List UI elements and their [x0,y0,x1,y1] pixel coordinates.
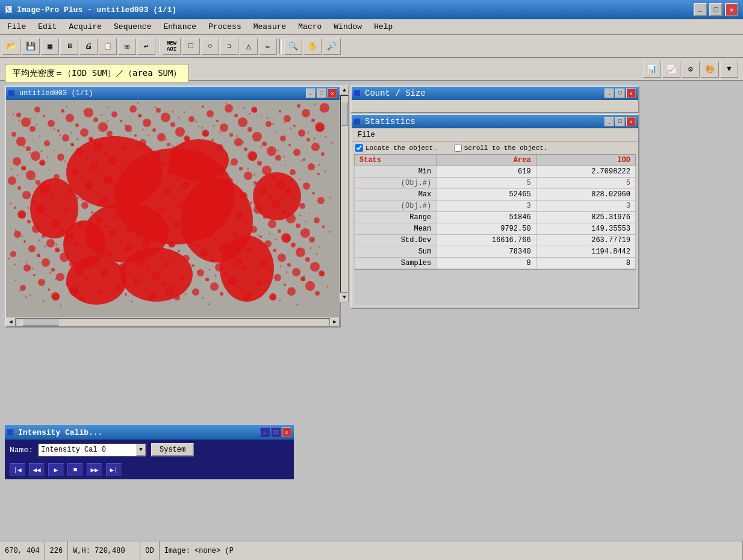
dropdown-arrow-icon[interactable]: ▼ [136,444,146,456]
stop-button[interactable]: ■ [67,463,83,476]
minimize-button[interactable]: _ [694,3,707,16]
menu-process[interactable]: Process [204,21,246,33]
h-scrollbar[interactable]: ◀ ▶ [6,317,340,326]
first-frame-button[interactable]: |◀ [10,463,25,476]
intensity-minimize-btn[interactable]: _ [260,428,270,437]
zoom-out-button[interactable]: 🔎 [323,38,341,55]
intensity-dropdown[interactable]: Intensity Cal 0 ▼ [38,443,146,456]
system-button[interactable]: System [151,443,194,456]
macro-button[interactable]: ▼ [720,61,738,78]
chart-button[interactable]: 📈 [662,61,680,78]
save-button[interactable]: 💾 [22,38,40,55]
mode-text: OD [145,547,154,555]
v-scrollbar[interactable]: ▲ ▼ [340,86,349,302]
scroll-up-btn[interactable]: ▲ [340,86,349,95]
status-value: 226 [45,541,69,560]
scroll-checkbox-label[interactable]: Scroll to the object. [454,144,548,152]
undo-button[interactable]: ↩ [137,38,155,55]
count-size-body [352,100,638,112]
scrollbar-thumb[interactable] [22,319,58,326]
intensity-title-bar: Intensity Calib... _ □ ✕ [5,425,294,440]
count-size-maximize-btn[interactable]: □ [615,89,625,98]
scroll-left-btn[interactable]: ◀ [6,318,16,326]
menu-measure[interactable]: Measure [249,21,291,33]
brush-tool[interactable]: ✏ [259,38,277,55]
count-size-win-controls: _ □ ✕ [605,89,636,98]
grid-button[interactable]: ▦ [41,38,59,55]
status-mode: OD [140,541,159,560]
intensity-maximize-btn[interactable]: □ [271,428,281,437]
stats-icon [354,119,360,125]
menu-help[interactable]: Help [369,21,397,33]
ellipse-tool[interactable]: ○ [201,38,219,55]
maximize-button[interactable]: □ [709,3,723,16]
intensity-name-label: Name: [10,446,33,455]
image-minimize-btn[interactable]: _ [306,89,316,98]
copy-button[interactable]: 📋 [99,38,117,55]
intensity-icon [7,429,13,435]
menu-enhance[interactable]: Enhance [158,21,201,33]
image-close-btn[interactable]: ✕ [328,89,337,98]
intensity-win-controls: _ □ ✕ [260,428,291,437]
histogram-button[interactable]: 📊 [643,61,661,78]
stats-close-btn[interactable]: ✕ [626,117,636,126]
menu-macro[interactable]: Macro [293,21,326,33]
new-aoi-button[interactable]: NEWAOI [163,38,181,55]
screen-button[interactable]: 🖥 [60,38,78,55]
v-scrollbar-thumb[interactable] [341,102,348,126]
open-button[interactable]: 📂 [2,38,20,55]
iod-cell-8: 8 [536,258,635,269]
status-coordinates: 670, 404 [0,541,45,560]
iod-cell-6: 263.77719 [536,235,635,246]
lut-button[interactable]: 🎨 [701,61,719,78]
count-size-minimize-btn[interactable]: _ [605,89,614,98]
freehand-tool[interactable]: ⊃ [220,38,238,55]
menu-edit[interactable]: Edit [33,21,61,33]
menu-acquire[interactable]: Acquire [64,21,107,33]
status-bar: 670, 404 226 W,H: 720,480 OD Image: <non… [0,541,743,560]
menu-window[interactable]: Window [329,21,367,33]
iod-cell-5: 149.35553 [536,223,635,235]
print-button[interactable]: 🖨 [79,38,98,55]
stats-table: Stats Area IOD Min6192.7098222(Obj.#)55M… [354,154,636,269]
v-scrollbar-track[interactable] [340,95,349,293]
pan-button[interactable]: ✋ [303,38,322,55]
menu-file[interactable]: File [2,21,31,33]
play-button[interactable]: ▶ [48,463,64,476]
area-cell-2: 52465 [437,189,536,201]
scroll-down-btn[interactable]: ▼ [340,293,349,302]
col-iod: IOD [536,155,635,166]
menu-sequence[interactable]: Sequence [109,21,156,33]
dimensions-text: W,H: 720,480 [73,547,125,555]
stats-menu-file[interactable]: File [355,131,378,139]
next-frame-button[interactable]: ▶▶ [87,463,102,476]
last-frame-button[interactable]: ▶| [106,463,122,476]
locate-checkbox[interactable] [355,144,363,152]
toolbar-separator-2 [279,39,282,54]
pixel-value-text: 226 [50,547,63,555]
col-stats: Stats [355,155,437,166]
email-button[interactable]: ✉ [118,38,136,55]
intensity-dropdown-value: Intensity Cal 0 [39,446,136,454]
scroll-checkbox[interactable] [454,144,462,152]
stats-win-controls: _ □ ✕ [605,117,636,126]
scroll-right-btn[interactable]: ▶ [330,318,340,326]
stat-cell-6: Std.Dev [355,235,437,246]
intensity-close-btn[interactable]: ✕ [282,428,291,437]
prev-frame-button[interactable]: ◀◀ [29,463,45,476]
image-maximize-btn[interactable]: □ [317,89,326,98]
count-size-close-btn[interactable]: ✕ [626,89,636,98]
scroll-label: Scroll to the object. [464,145,548,152]
status-image-info: Image: <none> (P [160,541,743,560]
close-button[interactable]: ✕ [725,3,738,16]
stats-minimize-btn[interactable]: _ [605,117,614,126]
zoom-in-button[interactable]: 🔍 [284,38,302,55]
playback-controls: |◀ ◀◀ ▶ ■ ▶▶ ▶| [5,460,294,479]
rect-tool[interactable]: □ [182,38,200,55]
stats-maximize-btn[interactable]: □ [615,117,625,126]
polygon-tool[interactable]: △ [240,38,258,55]
scrollbar-track[interactable] [16,318,330,326]
stat-cell-7: Sum [355,246,437,258]
calibrate-button[interactable]: ⚙ [682,61,700,78]
locate-checkbox-label[interactable]: Locate the object. [355,144,437,152]
